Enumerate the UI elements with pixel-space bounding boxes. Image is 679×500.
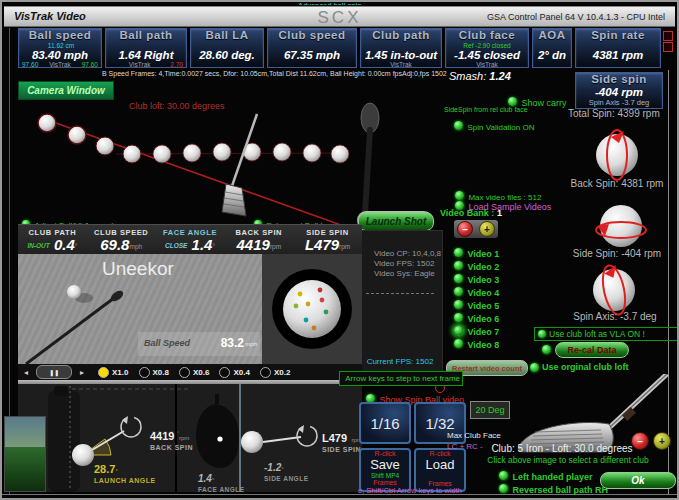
sidespin-source-label: SideSpin from rel club face xyxy=(444,106,528,113)
spin-validation-toggle[interactable]: Spin Validation ON xyxy=(454,116,534,134)
shot-metrics-strip: CLUB PATH IN-OUT 0.4° CLUB SPEED 69.8mph… xyxy=(18,224,362,255)
use-club-loft-toggle[interactable]: Use club loft as VLA ON ! xyxy=(534,327,679,341)
video-info-panel: Video CP: 10,4,0,8 Video FPS: 1502 Video… xyxy=(357,230,443,372)
panel-version-title: GSA Control Panel 64 V 10.4.1.3 - CPU In… xyxy=(487,12,665,22)
tile-label: Club speed xyxy=(268,29,356,42)
tile-value: 28.60 deg. xyxy=(191,49,263,61)
tile-foot-mid: VisTrak xyxy=(390,61,412,69)
use-original-loft-label[interactable]: Use orginal club loft xyxy=(542,362,629,372)
gauge-side-spin: L479 rpm SIDE SPIN xyxy=(322,428,362,453)
gauge-launch-angle: 28.7° LAUNCH ANGLE xyxy=(94,459,156,484)
pause-icon[interactable]: ❚❚ xyxy=(36,365,72,379)
bank-minus-button[interactable]: – xyxy=(457,221,473,237)
resize-hint: e, Shift/Ctrl Arrow keys to width xyxy=(358,486,462,495)
reversed-path-label: Reversed ball path RH xyxy=(512,485,608,495)
tile-value: -404 rpm xyxy=(576,86,662,98)
tile-ball-path: Ball path 1.64 Right VisTrak2.70 xyxy=(105,28,187,68)
metric-side-spin: SIDE SPIN L479rpm xyxy=(293,225,362,255)
use-original-loft-led xyxy=(530,363,539,372)
camera-view: Uneekor Ball Speed 83.2 mph xyxy=(18,254,262,364)
tile-spin-rate: Spin rate 4381 rpm xyxy=(575,28,661,68)
video-item[interactable]: Video 5 xyxy=(454,295,499,308)
recal-data-button[interactable]: Re-cal Data xyxy=(555,342,629,358)
show-carry-led xyxy=(508,97,517,106)
tile-value: 2° dn xyxy=(533,49,571,61)
video-item[interactable]: Video 6 xyxy=(454,308,499,321)
step-hint-box: Arrow keys to step to next frame xyxy=(339,371,463,386)
tile-value: 67.35 mph xyxy=(268,49,356,61)
video-item[interactable]: Video 3 xyxy=(454,269,499,282)
tile-foot-left: 97.60 xyxy=(22,61,38,69)
frame-1-16-button[interactable]: 1/16 xyxy=(359,402,411,444)
tile-label: Ball path xyxy=(106,29,186,42)
video-item[interactable]: Video 1 xyxy=(454,243,499,256)
metric-club-speed: CLUB SPEED 69.8mph xyxy=(87,225,156,255)
video-cp: Video CP: 10,4,0,8 xyxy=(358,249,442,259)
video-item[interactable]: Video 2 xyxy=(454,256,499,269)
tile-value: 83.40 mph xyxy=(19,49,101,61)
video-bank-value: 1 xyxy=(497,208,502,218)
ball-closeup-graphic xyxy=(262,254,362,364)
tile-note: 11.62 cm xyxy=(19,42,101,49)
smash-label: Smash: xyxy=(449,70,486,82)
bank-plus-button[interactable]: + xyxy=(479,221,495,237)
camera-window-button[interactable]: Camera Window xyxy=(18,81,114,100)
tile-label: AOA xyxy=(533,29,571,42)
back-spin-label: Back Spin: 4381 rpm xyxy=(562,178,672,189)
video-list: Video 1 Video 2 Video 3 Video 4 Video 5 … xyxy=(454,243,499,347)
title-bar: VisTrak Video SCX GSA Control Panel 64 V… xyxy=(4,6,675,27)
video-bank: Video Bank : 1 xyxy=(440,208,502,218)
video-bank-stepper: – + xyxy=(454,220,498,238)
ball-speed-overlay-value: 83.2 xyxy=(221,336,244,350)
tile-value: 1.64 Right xyxy=(106,49,186,61)
speed-radio-x06[interactable] xyxy=(179,367,190,378)
club-plus-button[interactable]: + xyxy=(653,432,671,450)
spin-validation-led xyxy=(454,121,463,130)
video-item[interactable]: Video 7 xyxy=(454,321,499,334)
video-item[interactable]: Video 4 xyxy=(454,282,499,295)
side-spin-ball-icon xyxy=(595,200,647,252)
ball-speed-overlay-label: Ball Speed xyxy=(144,338,190,348)
speed-radio-x1[interactable] xyxy=(98,367,109,378)
tile-label: Club face xyxy=(446,29,528,42)
speed-radio-x04[interactable] xyxy=(219,367,230,378)
tile-foot-mid: VisTrak xyxy=(129,61,151,69)
playback-bar: ◂ ❚❚ ▸ X1.0 X0.8 X0.6 X0.4 X0.2 xyxy=(18,364,362,380)
step-back-icon[interactable]: ◂ xyxy=(24,368,28,377)
club-info-line: Club: 5 Iron - Loft: 30.0 degrees xyxy=(472,443,652,454)
step-forward-icon[interactable]: ▸ xyxy=(80,368,84,377)
speed-radio-x02[interactable] xyxy=(260,367,271,378)
tile-foot-mid: VisTrak xyxy=(49,61,71,69)
metric-tile-row: Ball speed 11.62 cm 83.40 mph 97.60VisTr… xyxy=(18,28,661,68)
tile-aoa: AOA 2° dn xyxy=(532,28,572,68)
launch-shot-button[interactable]: Launch Shot xyxy=(358,212,434,231)
show-carry-label: Show carry xyxy=(521,98,566,108)
video-item[interactable]: Video 8 xyxy=(454,334,499,347)
app-title: VisTrak Video xyxy=(14,10,86,22)
tile-label: Side spin xyxy=(576,73,662,86)
gauge-side-angle: -1.2° SIDE ANGLE xyxy=(264,457,309,482)
reversed-path-toggle[interactable]: Reversed ball path RH xyxy=(499,479,608,497)
tile-foot-right: 2.70 xyxy=(170,61,183,69)
smash-value: 1.24 xyxy=(489,70,510,82)
tile-club-path: Club path 1.45 in-to-out VisTrak xyxy=(360,28,442,68)
tile-label: Club path xyxy=(361,29,441,42)
tile-value: 1.45 in-to-out xyxy=(361,49,441,61)
tile-side-spin: Side spin -404 rpm Spin Axis -3.7 deg xyxy=(575,72,663,109)
tile-label: Spin rate xyxy=(576,29,660,42)
back-spin-ball-icon xyxy=(591,129,643,181)
video-led xyxy=(454,339,463,348)
background-red-marker-1 xyxy=(663,31,673,41)
launch-shot-outer: Launch Shot xyxy=(357,211,433,230)
spin-axis-ball-icon xyxy=(588,264,640,316)
metric-club-path: CLUB PATH IN-OUT 0.4° xyxy=(18,225,87,255)
use-club-loft-led xyxy=(538,330,546,338)
video-sys: Video Sys: Eagle xyxy=(358,269,442,279)
ok-button[interactable]: Ok xyxy=(600,472,676,489)
metric-face-angle: FACE ANGLE CLOSE 1.4° xyxy=(156,225,225,255)
club-click-hint: Click above image to select a different … xyxy=(470,455,666,465)
speed-radio-x08[interactable] xyxy=(139,367,150,378)
tile-foot-right: 97.60 xyxy=(82,61,98,69)
tile-note: Ref -2.90 closed xyxy=(446,42,528,49)
sim-screen-thumbnail[interactable] xyxy=(4,416,46,492)
